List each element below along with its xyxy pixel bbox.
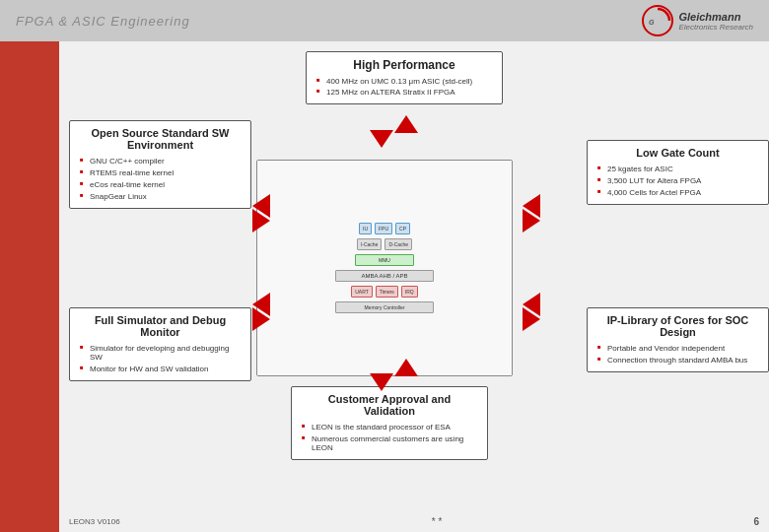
diagram-block-uart: UART <box>351 286 373 298</box>
open-source-item-2: RTEMS real-time kernel <box>80 166 241 178</box>
low-gate-item-3: 4,000 Cells for Actel FPGA <box>597 186 758 198</box>
diagram-block-icache: I-Cache <box>357 238 383 250</box>
diagram-row-4: AMBA AHB / APB <box>335 270 434 282</box>
header-title: FPGA & ASIC Engineering <box>16 14 190 29</box>
high-performance-list: 400 MHz on UMC 0.13 μm ASIC (std-cell) 1… <box>316 76 492 98</box>
low-gate-list: 25 kgates for ASIC 3,500 LUT for Altera … <box>597 163 758 198</box>
simulator-box: Full Simulator and Debug Monitor Simulat… <box>69 307 251 381</box>
low-gate-item-2: 3,500 LUT for Altera FPGA <box>597 174 758 186</box>
diagram-block-dcache: D-Cache <box>384 238 412 250</box>
diagram-block-timers: Timers <box>376 286 398 298</box>
open-source-box: Open Source Standard SW Environment GNU … <box>69 120 251 209</box>
footer-version: LEON3 V0106 <box>69 517 120 526</box>
diagram-block-mem: Memory Controller <box>335 301 434 313</box>
diagram-block-cp: CP <box>395 223 410 234</box>
diagram-row-2: I-Cache D-Cache <box>357 238 412 250</box>
logo-area: G Gleichmann Electronics Research <box>641 4 753 37</box>
diagram-row-6: Memory Controller <box>335 301 434 313</box>
diagram-row-1: IU FPU CP <box>359 223 410 234</box>
high-performance-item-1: 400 MHz on UMC 0.13 μm ASIC (std-cell) <box>316 76 492 87</box>
customer-title: Customer Approval and Validation <box>302 393 477 417</box>
logo-text-area: Gleichmann Electronics Research <box>678 11 753 32</box>
logo-icon: G <box>641 4 674 37</box>
diagram-row-3: MMU <box>355 254 414 266</box>
diagram-inner: IU FPU CP I-Cache D-Cache MMU AMBA AHB /… <box>257 161 512 375</box>
open-source-item-1: GNU C/C++ compiler <box>80 155 241 166</box>
header: FPGA & ASIC Engineering G Gleichmann Ele… <box>0 0 769 41</box>
diagram-block-fpu: FPU <box>375 223 392 234</box>
diagram-block-mmu: MMU <box>355 254 414 266</box>
low-gate-title: Low Gate Count <box>597 147 758 159</box>
svg-text:G: G <box>649 19 655 26</box>
arrow-left-left-bot <box>252 293 270 316</box>
arrow-left-left-top <box>252 194 270 218</box>
open-source-title: Open Source Standard SW Environment <box>80 127 241 151</box>
logo-sub: Electronics Research <box>678 23 753 32</box>
left-sidebar-bar <box>0 41 59 532</box>
customer-box: Customer Approval and Validation LEON is… <box>291 386 488 460</box>
arrow-right-left-bot <box>523 293 540 316</box>
arrow-right-left-top <box>523 194 540 218</box>
content-area: High Performance 400 MHz on UMC 0.13 μm … <box>59 41 769 532</box>
simulator-title: Full Simulator and Debug Monitor <box>80 314 241 338</box>
logo-main: Gleichmann <box>678 11 753 23</box>
low-gate-item-1: 25 kgates for ASIC <box>597 163 758 174</box>
simulator-item-1: Simulator for developing and debugging S… <box>80 342 241 363</box>
slide: FPGA & ASIC Engineering G Gleichmann Ele… <box>0 0 769 532</box>
center-diagram: IU FPU CP I-Cache D-Cache MMU AMBA AHB /… <box>256 160 513 376</box>
arrow-bottom-up <box>394 359 418 376</box>
open-source-list: GNU C/C++ compiler RTEMS real-time kerne… <box>80 155 241 202</box>
diagram-block-irq: IRQ <box>401 286 418 298</box>
customer-item-2: Numerous commercial customers are using … <box>302 432 477 453</box>
ip-library-list: Portable and Vendor independent Connecti… <box>597 342 758 366</box>
footer-page: 6 <box>753 516 759 527</box>
ip-library-box: IP-Library of Cores for SOC Design Porta… <box>587 307 769 372</box>
simulator-list: Simulator for developing and debugging S… <box>80 342 241 374</box>
diagram-row-5: UART Timers IRQ <box>351 286 418 298</box>
customer-item-1: LEON is the standard processor of ESA <box>302 421 477 432</box>
footer-dots: * * <box>432 516 443 527</box>
high-performance-box: High Performance 400 MHz on UMC 0.13 μm … <box>306 51 503 104</box>
ip-library-title: IP-Library of Cores for SOC Design <box>597 314 758 338</box>
diagram-block-iu: IU <box>359 223 372 234</box>
high-performance-item-2: 125 MHz on ALTERA Stratix II FPGA <box>316 87 492 98</box>
low-gate-box: Low Gate Count 25 kgates for ASIC 3,500 … <box>587 140 769 205</box>
arrow-bottom-down <box>370 373 393 391</box>
diagram-block-amba: AMBA AHB / APB <box>335 270 434 282</box>
open-source-item-4: SnapGear Linux <box>80 190 241 202</box>
ip-library-item-1: Portable and Vendor independent <box>597 342 758 354</box>
open-source-item-3: eCos real-time kernel <box>80 178 241 190</box>
high-performance-title: High Performance <box>316 58 492 72</box>
arrow-top-up <box>394 115 418 133</box>
customer-list: LEON is the standard processor of ESA Nu… <box>302 421 477 453</box>
svg-point-0 <box>643 6 672 35</box>
footer: LEON3 V0106 * * 6 <box>59 516 769 527</box>
ip-library-item-2: Connection through standard AMBA bus <box>597 354 758 366</box>
arrow-top-down <box>370 130 393 148</box>
simulator-item-2: Monitor for HW and SW validation <box>80 363 241 374</box>
